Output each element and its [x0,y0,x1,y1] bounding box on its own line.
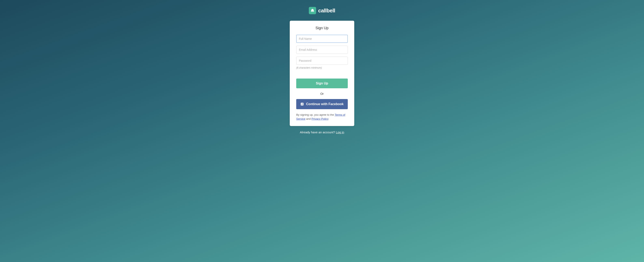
brand-name: callbell [318,8,335,14]
privacy-policy-link[interactable]: Privacy Policy [312,117,328,120]
login-link[interactable]: Log in [336,130,344,134]
facebook-button-label: Continue with Facebook [306,102,344,106]
svg-rect-0 [311,11,314,12]
terms-middle: and [305,117,312,120]
footer-prompt: Already have an account? [300,130,336,134]
facebook-icon [300,102,304,106]
email-input[interactable] [296,46,348,54]
divider-or: Or [296,92,348,96]
card-title: Sign Up [296,26,348,30]
terms-text: By signing up, you agree to the Terms of… [296,113,348,121]
signup-button[interactable]: Sign Up [296,78,348,88]
password-input[interactable] [296,56,348,65]
footer-text: Already have an account? Log in [300,130,344,134]
terms-prefix: By signing up, you agree to the [296,113,335,116]
facebook-button[interactable]: Continue with Facebook [296,99,348,109]
bell-icon [309,7,316,14]
password-hint: (6 characters minimum) [296,66,348,69]
signup-card: Sign Up (6 characters minimum) Sign Up O… [290,21,354,126]
fullname-input[interactable] [296,35,348,43]
brand-logo: callbell [309,7,335,14]
